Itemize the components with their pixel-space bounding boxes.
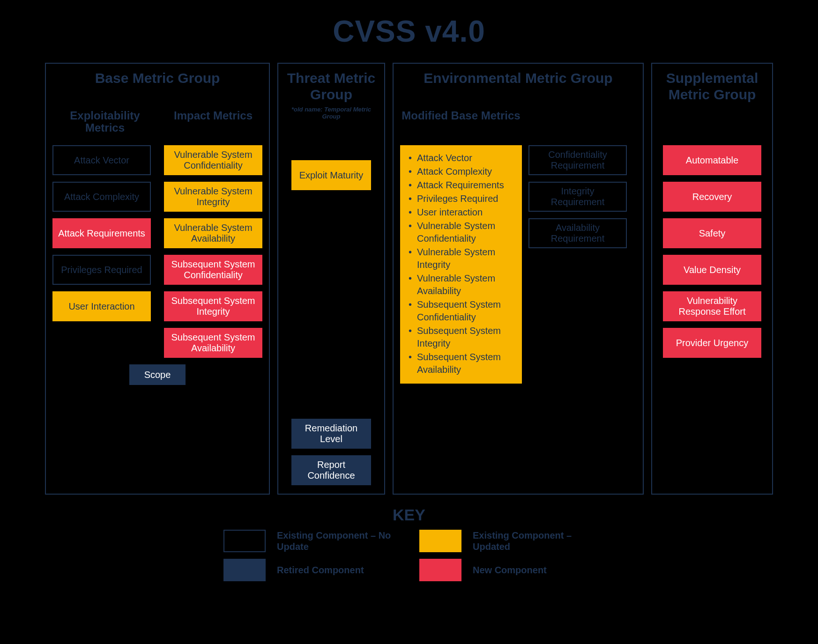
metric-provider-urgency: Provider Urgency <box>663 328 761 358</box>
legend-swatch-retired <box>223 559 266 581</box>
legend-label-new: New Component <box>473 564 595 576</box>
metric-automatable: Automatable <box>663 145 761 175</box>
list-item: Vulnerable System Availability <box>409 272 514 297</box>
env-modified-list: Attack Vector Attack Complexity Attack R… <box>400 145 522 384</box>
metric-report-confidence: Report Confidence <box>291 455 371 485</box>
group-threat-note: *old name: Temporal Metric Group <box>285 106 378 120</box>
list-item: Subsequent System Integrity <box>409 325 514 350</box>
metric-integ-req: Integrity Requirement <box>528 182 627 212</box>
list-item: User interaction <box>409 206 514 219</box>
legend-label-retired: Retired Component <box>277 564 408 576</box>
metric-vuln-conf: Vulnerable System Confidentiality <box>164 145 262 175</box>
base-impact-title: Impact Metrics <box>164 110 262 136</box>
groups-row: Base Metric Group Exploitability Metrics… <box>19 63 799 495</box>
metric-avail-req: Availability Requirement <box>528 218 627 248</box>
list-item: Attack Vector <box>409 152 514 164</box>
base-exploitability-title: Exploitability Metrics <box>52 110 157 136</box>
list-item: Vulnerable System Confidentiality <box>409 220 514 245</box>
group-base-title: Base Metric Group <box>52 70 262 105</box>
group-base: Base Metric Group Exploitability Metrics… <box>45 63 270 495</box>
legend-swatch-updated <box>419 530 461 552</box>
metric-attack-complexity: Attack Complexity <box>52 182 151 212</box>
metric-value-density: Value Density <box>663 255 761 285</box>
group-supp-title: Supplemental Metric Group <box>659 70 766 105</box>
legend-label-existing: Existing Component – No Update <box>277 530 408 552</box>
metric-conf-req: Confidentiality Requirement <box>528 145 627 175</box>
legend: KEY Existing Component – No Update Exist… <box>19 506 799 581</box>
metric-vuln-integ: Vulnerable System Integrity <box>164 182 262 212</box>
metric-exploit-maturity: Exploit Maturity <box>291 160 371 190</box>
diagram-title: CVSS v4.0 <box>19 14 799 49</box>
metric-vuln-avail: Vulnerable System Availability <box>164 218 262 248</box>
metric-recovery: Recovery <box>663 182 761 212</box>
metric-subs-avail: Subsequent System Availability <box>164 328 262 358</box>
metric-subs-integ: Subsequent System Integrity <box>164 291 262 321</box>
group-supplemental: Supplemental Metric Group . Automatable … <box>651 63 773 495</box>
legend-label-updated: Existing Component – Updated <box>473 530 595 552</box>
metric-vuln-response-effort: Vulnerability Response Effort <box>663 291 761 321</box>
legend-swatch-new <box>419 559 461 581</box>
group-threat: Threat Metric Group *old name: Temporal … <box>277 63 385 495</box>
list-item: Privileges Required <box>409 192 514 205</box>
group-env-title: Environmental Metric Group <box>400 70 636 105</box>
env-modified-title: Modified Base Metrics <box>400 110 522 136</box>
list-item: Subsequent System Confidentiality <box>409 298 514 324</box>
list-item: Attack Complexity <box>409 165 514 178</box>
metric-subs-conf: Subsequent System Confidentiality <box>164 255 262 285</box>
legend-swatch-existing <box>223 530 266 552</box>
group-environmental: Environmental Metric Group Modified Base… <box>393 63 644 495</box>
env-requirements-col: . Confidentiality Requirement Integrity … <box>528 110 627 384</box>
legend-title: KEY <box>19 506 799 524</box>
list-item: Vulnerable System Integrity <box>409 246 514 271</box>
metric-privileges-required: Privileges Required <box>52 255 151 285</box>
env-modified-col: Modified Base Metrics Attack Vector Atta… <box>400 110 522 384</box>
group-threat-title: Threat Metric Group <box>285 70 378 105</box>
list-item: Subsequent System Availability <box>409 351 514 376</box>
metric-attack-requirements: Attack Requirements <box>52 218 151 248</box>
metric-remediation-level: Remediation Level <box>291 419 371 449</box>
metric-safety: Safety <box>663 218 761 248</box>
list-item: Attack Requirements <box>409 179 514 192</box>
base-impact-col: Impact Metrics Vulnerable System Confide… <box>164 110 262 358</box>
base-exploitability-col: Exploitability Metrics Attack Vector Att… <box>52 110 157 358</box>
metric-scope: Scope <box>129 364 186 385</box>
metric-attack-vector: Attack Vector <box>52 145 151 175</box>
metric-user-interaction: User Interaction <box>52 291 151 321</box>
